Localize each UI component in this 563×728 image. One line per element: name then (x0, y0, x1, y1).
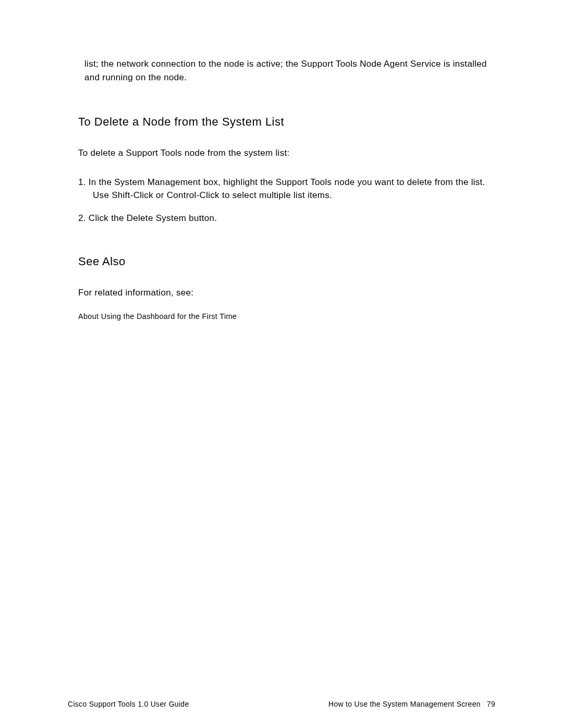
document-page: list; the network connection to the node… (0, 0, 563, 728)
footer-page-number: 79 (487, 700, 495, 708)
continuation-paragraph: list; the network connection to the node… (78, 57, 495, 84)
section-heading-delete-node: To Delete a Node from the System List (78, 115, 495, 129)
related-link: About Using the Dashboard for the First … (78, 312, 495, 320)
intro-paragraph: To delete a Support Tools node from the … (78, 146, 495, 160)
footer-section-title: How to Use the System Management Screen (328, 700, 481, 708)
footer-guide-title: Cisco Support Tools 1.0 User Guide (68, 700, 189, 708)
step-2: 2. Click the Delete System button. (78, 212, 495, 225)
step-1: 1. In the System Management box, highlig… (78, 176, 495, 202)
footer-right: How to Use the System Management Screen … (328, 700, 495, 708)
section-heading-see-also: See Also (78, 255, 495, 268)
see-also-intro: For related information, see: (78, 286, 495, 300)
page-footer: Cisco Support Tools 1.0 User Guide How t… (68, 700, 495, 708)
